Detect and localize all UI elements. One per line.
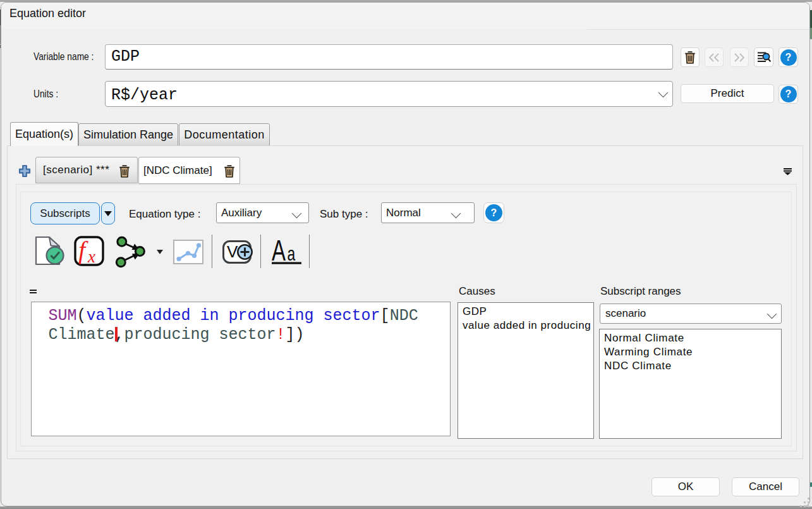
svg-text:A: A [272,236,286,266]
svg-text:a: a [287,242,295,265]
svg-text:x: x [87,247,95,266]
svg-text:V: V [227,242,238,261]
